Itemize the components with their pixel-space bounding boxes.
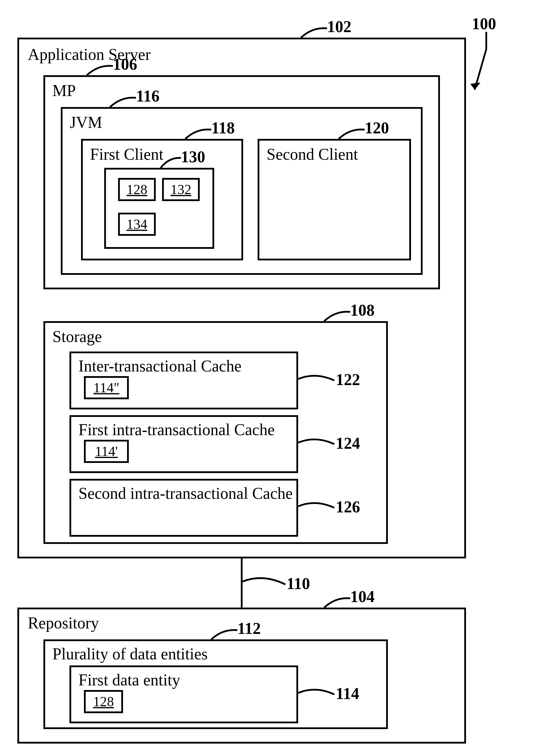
repository-title: Repository — [28, 614, 99, 632]
first-client-title: First Client — [90, 145, 163, 163]
first-data-entity-title: First data entity — [78, 671, 180, 689]
lead-124 — [298, 437, 336, 451]
lead-116 — [110, 95, 139, 112]
svg-marker-0 — [470, 82, 481, 90]
label-122: 122 — [336, 370, 360, 389]
label-118: 118 — [211, 119, 235, 137]
label-104: 104 — [350, 587, 375, 606]
lead-106 — [87, 63, 116, 80]
label-126: 126 — [336, 498, 360, 516]
label-108: 108 — [350, 301, 375, 319]
chip-114d-text: 114' — [86, 442, 127, 458]
lead-108 — [324, 309, 353, 326]
chip-132: 132 — [162, 178, 200, 201]
label-130: 130 — [181, 148, 205, 166]
chip-134-text: 134 — [120, 214, 154, 231]
label-116: 116 — [136, 87, 159, 105]
chip-128-a-text: 128 — [120, 180, 154, 196]
inter-cache-title: Inter-transactional Cache — [78, 357, 241, 375]
arrow-100 — [463, 32, 509, 101]
chip-114d: 114' — [84, 440, 129, 463]
label-102: 102 — [327, 17, 352, 36]
label-124: 124 — [336, 434, 360, 453]
lead-102 — [301, 25, 330, 43]
plurality-title: Plurality of data entities — [52, 645, 208, 663]
storage-title: Storage — [52, 327, 102, 346]
second-intra-cache-title: Second intra-transactional Cache — [78, 484, 293, 503]
lead-114 — [298, 687, 336, 702]
chip-114dd-text: 114" — [86, 378, 127, 395]
chip-128-b: 128 — [84, 690, 123, 713]
first-intra-cache-title: First intra-transactional Cache — [78, 420, 275, 439]
lead-122 — [298, 373, 336, 388]
mp-title: MP — [52, 81, 76, 100]
lead-120 — [339, 127, 368, 144]
diagram-canvas: 100 Application Server 102 MP 106 JVM 11… — [0, 0, 543, 756]
label-106: 106 — [113, 55, 137, 73]
jvm-title: JVM — [70, 113, 102, 132]
lead-126 — [298, 501, 336, 515]
label-110: 110 — [287, 574, 310, 593]
chip-128-a: 128 — [118, 178, 156, 201]
lead-112 — [211, 627, 240, 645]
label-120: 120 — [365, 119, 389, 137]
chip-114dd: 114" — [84, 376, 129, 399]
chip-128-b-text: 128 — [86, 692, 121, 709]
label-100: 100 — [472, 14, 496, 33]
lead-130 — [161, 156, 184, 172]
lead-118 — [185, 127, 214, 144]
label-114: 114 — [336, 684, 359, 703]
second-intra-cache-box: Second intra-transactional Cache — [69, 479, 298, 537]
second-client-box: Second Client — [257, 139, 411, 260]
label-112: 112 — [237, 619, 261, 638]
chip-132-text: 132 — [164, 180, 198, 196]
chip-134: 134 — [118, 213, 156, 236]
lead-110 — [242, 576, 286, 592]
lead-104 — [324, 595, 353, 613]
second-client-title: Second Client — [266, 145, 358, 163]
